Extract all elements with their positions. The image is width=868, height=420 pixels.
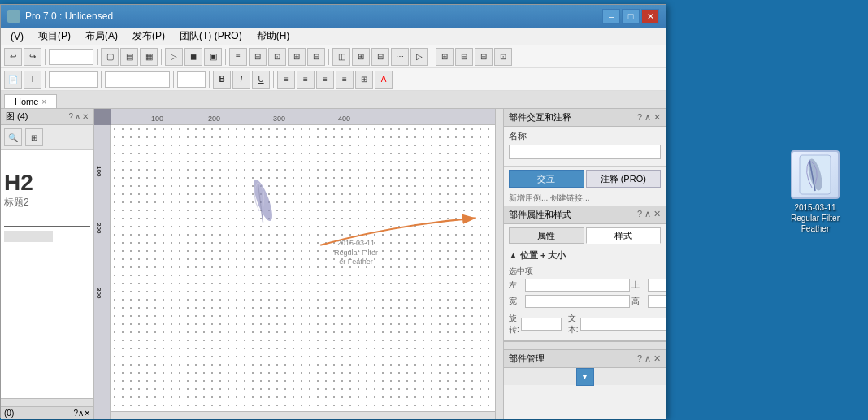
desktop-icon[interactable]: 2015-03-11 Regular Filter Feather bbox=[783, 150, 848, 234]
insert-2[interactable]: ⊞ bbox=[352, 48, 370, 66]
align-right[interactable]: ≡ bbox=[316, 71, 334, 89]
tool-a[interactable]: ≡ bbox=[229, 48, 247, 66]
bold-button[interactable]: B bbox=[213, 71, 231, 89]
misc-2[interactable]: ⊟ bbox=[455, 48, 473, 66]
expand-icon[interactable]: ?∧✕ bbox=[73, 409, 90, 418]
help-icon-props[interactable]: ? bbox=[637, 209, 642, 221]
left-input[interactable] bbox=[525, 279, 630, 292]
stop-button[interactable]: ◼ bbox=[184, 48, 202, 66]
canvas-area[interactable]: 100 200 300 400 100 200 300 bbox=[94, 109, 503, 419]
misc-1[interactable]: ⊞ bbox=[436, 48, 454, 66]
style-input[interactable]: Normal bbox=[105, 71, 170, 88]
widget-mgmt-btn[interactable]: ▼ bbox=[576, 368, 594, 386]
tab-close-icon[interactable]: × bbox=[41, 97, 46, 106]
play-button[interactable]: ▷ bbox=[165, 48, 183, 66]
font-family-input[interactable]: Arial bbox=[49, 71, 98, 88]
menu-item-layout[interactable]: 布局(A) bbox=[79, 28, 124, 45]
color-btn[interactable]: A bbox=[375, 71, 393, 89]
bottom-panel-icons: ? ∧ ✕ bbox=[637, 353, 661, 364]
insert-4[interactable]: ⋯ bbox=[391, 48, 409, 66]
filter-icon[interactable]: ⊞ bbox=[25, 128, 43, 146]
restore-button[interactable]: □ bbox=[622, 9, 640, 24]
italic-button[interactable]: I bbox=[232, 71, 250, 89]
canvas-scrollbar-v[interactable] bbox=[495, 109, 503, 419]
interact-tab[interactable]: 交互 bbox=[509, 170, 584, 188]
align-justify[interactable]: ≡ bbox=[336, 71, 354, 89]
collapse-icon-right[interactable]: ∧ bbox=[644, 112, 651, 123]
search-icon[interactable]: 🔍 bbox=[4, 128, 22, 146]
separator-4 bbox=[225, 49, 226, 65]
toolbar-row-1: ↩ ↪ 100% ▢ ▤ ▦ ▷ ◼ ▣ ≡ ⊟ ⊡ ⊞ ⊟ ◫ ⊞ ⊟ ⋯ ▷… bbox=[1, 45, 666, 68]
rotate-field-row: 旋转: 文本: bbox=[509, 313, 661, 336]
view-button[interactable]: ▣ bbox=[204, 48, 222, 66]
minimize-button[interactable]: – bbox=[602, 9, 620, 24]
tool-e[interactable]: ⊟ bbox=[307, 48, 325, 66]
text-icon[interactable]: T bbox=[24, 71, 41, 89]
align-left[interactable]: ≡ bbox=[277, 71, 295, 89]
close-icon-right[interactable]: ✕ bbox=[653, 112, 661, 123]
zoom-input[interactable]: 100% bbox=[49, 49, 93, 65]
props-tab-style[interactable]: 样式 bbox=[586, 227, 662, 244]
props-tab-attr[interactable]: 属性 bbox=[509, 227, 584, 244]
collapse-icon[interactable]: ∧ bbox=[75, 112, 80, 121]
help-icon-bottom[interactable]: ? bbox=[637, 353, 642, 364]
misc-4[interactable]: ⊡ bbox=[494, 48, 512, 66]
insert-1[interactable]: ◫ bbox=[332, 48, 350, 66]
canvas-scrollbar-h[interactable] bbox=[111, 411, 495, 419]
menu-item-team[interactable]: 团队(T) (PRO) bbox=[173, 28, 249, 45]
font-prop-input[interactable] bbox=[580, 318, 666, 331]
redo-button[interactable]: ↪ bbox=[24, 48, 41, 66]
top-input[interactable] bbox=[648, 279, 666, 292]
select-tool-3[interactable]: ▦ bbox=[140, 48, 158, 66]
undo-button[interactable]: ↩ bbox=[4, 48, 22, 66]
width-input[interactable] bbox=[525, 295, 630, 308]
top-label: 上 bbox=[631, 279, 646, 291]
canvas-inner[interactable]: 2015-03-11 Regular Filter er Feather bbox=[111, 125, 503, 419]
height-input[interactable] bbox=[648, 295, 666, 308]
menu-item-help[interactable]: 帮助(H) bbox=[250, 28, 297, 45]
right-panel: 部件交互和注释 ? ∧ ✕ 名称 交互 注释 (PRO) 新增用例... 创建链… bbox=[503, 109, 666, 419]
left-label: 左 bbox=[509, 279, 523, 291]
tool-b[interactable]: ⊟ bbox=[249, 48, 267, 66]
help-icon[interactable]: ? bbox=[68, 112, 73, 121]
props-scrollbar-h[interactable] bbox=[504, 341, 666, 349]
separator-6 bbox=[432, 49, 432, 65]
close-icon-props[interactable]: ✕ bbox=[653, 209, 661, 221]
hint-text: 新增用例... 创建链接... bbox=[504, 191, 666, 206]
help-icon-right[interactable]: ? bbox=[637, 112, 642, 123]
menu-item-project[interactable]: 项目(P) bbox=[32, 28, 77, 45]
left-panel-status: (0) bbox=[4, 409, 14, 418]
rotate-label: 旋转: bbox=[509, 313, 519, 336]
underline-button[interactable]: U bbox=[252, 71, 270, 89]
font-size-input[interactable]: 13 bbox=[177, 71, 206, 88]
menu-item-publish[interactable]: 发布(P) bbox=[126, 28, 171, 45]
separator-1 bbox=[45, 49, 46, 65]
select-tool[interactable]: ▢ bbox=[101, 48, 119, 66]
name-input[interactable] bbox=[509, 145, 661, 159]
insert-3[interactable]: ⊟ bbox=[371, 48, 389, 66]
close-button[interactable]: ✕ bbox=[641, 9, 659, 24]
close-icon-bottom[interactable]: ✕ bbox=[653, 353, 661, 364]
sep-t5 bbox=[273, 71, 274, 88]
close-icon-left[interactable]: ✕ bbox=[82, 112, 89, 121]
ruler-mark-200: 200 bbox=[208, 115, 220, 123]
collapse-icon-bottom[interactable]: ∧ bbox=[644, 353, 651, 364]
menu-bar: (V) 项目(P) 布局(A) 发布(P) 团队(T) (PRO) 帮助(H) bbox=[1, 28, 666, 45]
misc-3[interactable]: ⊟ bbox=[475, 48, 493, 66]
align-center[interactable]: ≡ bbox=[297, 71, 315, 89]
insert-5[interactable]: ▷ bbox=[410, 48, 428, 66]
annotation-tab[interactable]: 注释 (PRO) bbox=[586, 170, 662, 188]
collapse-icon-props[interactable]: ∧ bbox=[644, 209, 651, 221]
home-tab[interactable]: Home × bbox=[4, 94, 57, 108]
left-panel-scrollbar-h[interactable] bbox=[1, 398, 93, 406]
page-icon[interactable]: 📄 bbox=[4, 71, 22, 89]
rotate-input[interactable] bbox=[521, 318, 562, 331]
menu-item-v[interactable]: (V) bbox=[4, 29, 30, 44]
title-controls: – □ ✕ bbox=[602, 9, 659, 24]
link-btn[interactable]: ⊞ bbox=[355, 71, 373, 89]
name-section: 名称 bbox=[504, 127, 666, 167]
tool-d[interactable]: ⊞ bbox=[288, 48, 306, 66]
tool-c[interactable]: ⊡ bbox=[268, 48, 286, 66]
separator-2 bbox=[97, 49, 98, 65]
select-tool-2[interactable]: ▤ bbox=[120, 48, 138, 66]
